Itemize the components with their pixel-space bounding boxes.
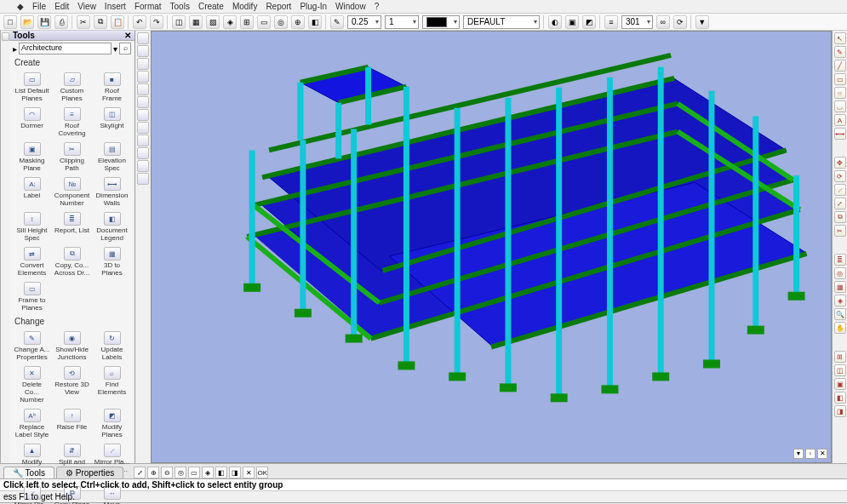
rtool-layer-icon[interactable]: ≣ [834,254,846,266]
vb-zoomin-icon[interactable]: ⊕ [147,467,159,478]
edge-btn[interactable] [2,32,9,41]
rtool-x2-icon[interactable]: ◫ [834,364,846,376]
rtool-x5-icon[interactable]: ◨ [834,405,846,417]
tool-delete-co-number[interactable]: ✕Delete Co... Number [13,364,51,405]
tb-f[interactable]: ▭ [257,15,271,29]
cut-icon[interactable]: ✂ [77,15,90,29]
ltool-3[interactable] [137,58,149,70]
tb-h[interactable]: ⊕ [291,15,305,29]
tool-copy-co-across-dr[interactable]: ⧉Copy, Co... Across Dr... [53,245,91,278]
rtool-scale-icon[interactable]: ⤢ [834,198,846,209]
color-combo[interactable] [422,15,460,29]
vb-zoomout-icon[interactable]: ⊖ [161,467,173,478]
tab-properties[interactable]: ⚙ Properties [56,467,123,478]
tb-n[interactable]: ⟳ [673,15,687,29]
ltool-1[interactable] [137,32,149,44]
tool-convert-elements[interactable]: ⇄Convert Elements [13,245,51,278]
line-style-combo[interactable]: 1 [385,15,419,29]
tool-component-number[interactable]: №Component Number [53,175,91,209]
rtool-pan-icon[interactable]: ✋ [834,322,846,334]
menu-plugin[interactable]: Plug-In [300,2,327,11]
rtool-zoom-icon[interactable]: 🔍 [834,308,846,320]
menu-file[interactable]: File [32,2,46,11]
menu-modify[interactable]: Modify [232,2,257,11]
tb-d[interactable]: ◈ [223,15,237,29]
tool-raise-file[interactable]: ↑Raise File [53,407,91,440]
tool-list-default-planes[interactable]: ▭List Default Planes [13,71,51,104]
expand-icon[interactable]: ▸ [13,44,17,54]
rtool-rect-icon[interactable]: ▭ [834,73,846,85]
vb-x-icon[interactable]: ✕ [243,467,255,478]
menu-format[interactable]: Format [134,2,162,11]
menu-help[interactable]: ? [375,2,380,11]
line-thickness-combo[interactable]: 0.25 [347,15,381,29]
menu-insert[interactable]: Insert [105,2,126,11]
num-field[interactable]: 301 [621,15,653,29]
tool-dormer[interactable]: ◠Dormer [13,106,51,139]
ltool-12[interactable] [137,173,149,185]
tool-roof-frame[interactable]: ■Roof Frame [93,71,131,104]
tb-i[interactable]: ◧ [308,15,322,29]
menu-create[interactable]: Create [198,2,224,11]
vb-iso-icon[interactable]: ◈ [202,467,214,478]
vp-min-icon[interactable]: ▾ [793,449,804,459]
ltool-5[interactable] [137,83,149,95]
3d-viewport[interactable]: ▾ ▫ ✕ [151,31,832,463]
tool-sill-height-spec[interactable]: ↕Sill Height Spec [13,210,51,243]
rtool-text-icon[interactable]: A [834,114,846,126]
menu-view[interactable]: View [77,2,96,11]
ltool-11[interactable] [137,160,149,172]
tb-j[interactable]: ◐ [548,15,562,29]
vb-r-icon[interactable]: ◨ [229,467,241,478]
rtool-arrow-icon[interactable]: ↖ [834,32,846,44]
tb-c[interactable]: ▧ [206,15,220,29]
tool-clipping-path[interactable]: ✂Clipping Path [53,140,91,174]
rtool-arc-icon[interactable]: ◡ [834,100,846,112]
rtool-copy-icon[interactable]: ⧉ [834,211,846,223]
ltool-4[interactable] [137,71,149,83]
tool-frame-to-planes[interactable]: ▭Frame to Planes [13,280,51,313]
layer-combo[interactable]: DEFAULT [463,15,540,29]
vp-close-icon[interactable]: ✕ [817,449,827,459]
print-icon[interactable]: ⎙ [54,15,68,29]
panel-close-icon[interactable]: ✕ [124,31,131,40]
rtool-pen-icon[interactable]: ✎ [834,46,846,58]
tool-roof-covering[interactable]: ≡Roof Covering [53,106,91,139]
tool-dimension-walls[interactable]: ⟷Dimension Walls [93,175,131,209]
tab-tools[interactable]: 🔧 Tools [3,467,54,478]
category-combo[interactable]: Architecture [19,43,112,54]
redo-icon[interactable]: ↷ [150,15,163,29]
copy-icon[interactable]: ⧉ [94,15,107,29]
tool-find-elements[interactable]: ⌕Find Elements [93,364,131,405]
menu-edit[interactable]: Edit [54,2,69,11]
new-icon[interactable]: □ [3,15,17,29]
rtool-move-icon[interactable]: ✥ [834,157,846,169]
ltool-8[interactable] [137,122,149,134]
ltool-9[interactable] [137,135,149,146]
ltool-6[interactable] [137,96,149,108]
filter-icon[interactable]: ▼ [695,15,709,29]
tool-elevation-spec[interactable]: ▤Elevation Spec [93,140,131,174]
tool-document-legend[interactable]: ◧Document Legend [93,210,131,243]
tool-custom-planes[interactable]: ▱Custom Planes [53,71,91,104]
rtool-line-icon[interactable]: ╱ [834,60,846,72]
pen-icon[interactable]: ✎ [330,15,344,29]
tool-masking-plane[interactable]: ▣Masking Plane [13,140,51,174]
menu-window[interactable]: Window [335,2,366,11]
tool-update-labels[interactable]: ↻Update Labels [93,329,131,363]
rtool-rotate-icon[interactable]: ⟳ [834,170,846,182]
vp-max-icon[interactable]: ▫ [805,449,816,459]
vb-ok[interactable]: OK [256,467,268,478]
tool-label[interactable]: AᵢLabel [13,175,51,209]
vb-home-icon[interactable]: ⤢ [134,467,146,478]
vb-fit-icon[interactable]: ◎ [175,467,186,478]
tool-skylight[interactable]: ◫Skylight [93,106,131,139]
tool-3d-to-planes[interactable]: ▦3D to Planes [93,245,131,278]
dropdown-icon[interactable]: ▾ [113,44,117,54]
rtool-mirror-icon[interactable]: ⟋ [834,184,846,196]
search-icon[interactable]: ⌕ [119,43,131,54]
tool-modify-planes[interactable]: ◩Modify Planes [93,407,131,440]
undo-icon[interactable]: ↶ [133,15,146,29]
tool-show-hide-junctions[interactable]: ◉Show/Hide Junctions [53,329,91,363]
rtool-x3-icon[interactable]: ▣ [834,378,846,390]
